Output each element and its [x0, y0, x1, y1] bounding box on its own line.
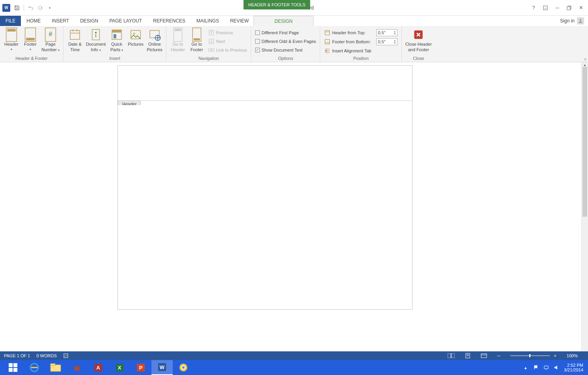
- goto-footer-button[interactable]: Go to Footer: [188, 27, 206, 52]
- close-icon[interactable]: ✕: [577, 4, 585, 12]
- group-options: Different First Page Different Odd & Eve…: [251, 26, 320, 62]
- taskbar-access-icon[interactable]: A: [88, 360, 109, 375]
- header-top-input[interactable]: 0.5" ▲▼: [376, 29, 398, 36]
- ribbon-display-options-icon[interactable]: [541, 4, 549, 12]
- zoom-out-button[interactable]: ─: [497, 353, 500, 358]
- tab-mailings[interactable]: MAILINGS: [191, 16, 224, 26]
- taskbar-explorer-icon[interactable]: [45, 360, 66, 375]
- show-document-text-checkbox[interactable]: ✓ Show Document Text: [254, 46, 317, 54]
- quick-parts-button[interactable]: Quick Parts ▾: [108, 27, 126, 53]
- page-count[interactable]: PAGE 1 OF 1: [4, 353, 30, 358]
- different-first-page-checkbox[interactable]: Different First Page: [254, 28, 317, 37]
- goto-header-l1: Go to: [173, 42, 183, 46]
- zoom-slider[interactable]: [510, 355, 550, 356]
- vertical-scrollbar[interactable]: ▲ ▼: [581, 62, 588, 360]
- taskbar-word-icon[interactable]: W: [151, 360, 173, 375]
- page-number-label-2: Number: [41, 47, 57, 52]
- goto-footer-icon: [190, 28, 203, 41]
- taskbar-powerpoint-icon[interactable]: P: [130, 360, 151, 375]
- header-edit-area[interactable]: [118, 66, 412, 100]
- svg-text:X: X: [118, 365, 121, 371]
- tab-review[interactable]: REVIEW: [224, 16, 254, 26]
- tray-volume-icon[interactable]: [554, 365, 559, 370]
- qat-customize-icon[interactable]: ▾: [45, 4, 54, 12]
- minimize-icon[interactable]: ─: [553, 4, 561, 12]
- save-icon[interactable]: [13, 4, 21, 12]
- svg-rect-55: [50, 364, 55, 366]
- redo-icon[interactable]: [36, 4, 45, 12]
- spinner-icon[interactable]: ▲▼: [394, 39, 396, 44]
- insert-alignment-tab-button[interactable]: Insert Alignment Tab: [323, 46, 399, 55]
- different-odd-even-checkbox[interactable]: Different Odd & Even Pages: [254, 37, 317, 46]
- tab-file[interactable]: FILE: [0, 16, 21, 26]
- taskbar-app-fox-icon[interactable]: [66, 360, 88, 375]
- collapse-ribbon-icon[interactable]: ʌ: [584, 57, 586, 61]
- word-count[interactable]: 0 WORDS: [36, 353, 56, 358]
- pictures-button[interactable]: Pictures: [127, 27, 145, 46]
- print-layout-icon[interactable]: [465, 353, 470, 358]
- chevron-down-icon: ▾: [30, 47, 31, 52]
- svg-text:A: A: [96, 365, 100, 371]
- web-layout-icon[interactable]: [481, 353, 487, 358]
- zoom-level[interactable]: 100%: [567, 353, 578, 358]
- pictures-icon: [129, 28, 142, 41]
- sign-in[interactable]: Sign in: [560, 17, 584, 24]
- previous-button: Previous: [207, 28, 248, 37]
- quick-parts-icon: [110, 28, 123, 41]
- document-info-button[interactable]: Document Info ▾: [85, 27, 107, 53]
- header-boundary-line: [118, 100, 412, 101]
- scroll-thumb[interactable]: [582, 67, 587, 217]
- restore-icon[interactable]: [565, 4, 573, 12]
- taskbar-clock[interactable]: 2:52 PM 3/21/2014: [564, 363, 583, 372]
- tab-page-layout[interactable]: PAGE LAYOUT: [104, 16, 147, 26]
- tray-flag-icon[interactable]: [533, 365, 539, 370]
- online-pictures-l1: Online: [148, 42, 161, 46]
- chevron-down-icon: ▾: [11, 47, 12, 52]
- tab-design[interactable]: DESIGN: [75, 16, 104, 26]
- next-icon: [208, 38, 215, 45]
- goto-header-l2: Header: [171, 47, 185, 52]
- tab-insert[interactable]: INSERT: [46, 16, 75, 26]
- undo-icon[interactable]: [26, 4, 35, 12]
- navigation-small-buttons: Previous Next Link to Previous: [207, 27, 248, 54]
- link-label: Link to Previous: [216, 48, 247, 52]
- tab-home[interactable]: HOME: [21, 16, 46, 26]
- document-page[interactable]: Header: [118, 65, 413, 310]
- svg-rect-5: [7, 29, 15, 32]
- taskbar-excel-icon[interactable]: X: [109, 360, 130, 375]
- clock-time: 2:52 PM: [564, 363, 583, 368]
- scroll-track[interactable]: [582, 67, 588, 355]
- header-button[interactable]: Header ▾: [2, 27, 21, 52]
- system-tray: ▴ 2:52 PM 3/21/2014: [523, 363, 586, 372]
- group-header-footer: Header ▾ Footer ▾ # Page Number ▾ Header…: [0, 26, 63, 62]
- scroll-up-icon[interactable]: ▲: [583, 63, 587, 67]
- footer-button[interactable]: Footer ▾: [21, 27, 39, 52]
- svg-rect-7: [26, 38, 34, 41]
- svg-text:P: P: [139, 365, 143, 371]
- footer-icon: [24, 28, 37, 41]
- document-scroll-area[interactable]: Header: [0, 62, 581, 360]
- online-pictures-button[interactable]: Online Pictures: [146, 27, 164, 52]
- read-mode-icon[interactable]: [448, 353, 455, 358]
- date-time-button[interactable]: Date & Time: [66, 27, 84, 52]
- tab-context-design[interactable]: DESIGN: [254, 16, 314, 26]
- svg-text:W: W: [160, 364, 165, 370]
- zoom-in-button[interactable]: +: [554, 353, 556, 358]
- proofing-icon[interactable]: [63, 353, 69, 358]
- tab-references[interactable]: REFERENCES: [147, 16, 191, 26]
- tray-up-icon[interactable]: ▴: [523, 365, 528, 370]
- page-number-button[interactable]: # Page Number ▾: [40, 27, 61, 53]
- start-button[interactable]: [2, 360, 24, 375]
- previous-icon: [208, 30, 215, 36]
- taskbar-ie-icon[interactable]: [24, 360, 45, 375]
- spinner-icon[interactable]: ▲▼: [394, 30, 396, 35]
- taskbar-chrome-icon[interactable]: [173, 360, 194, 375]
- footer-bottom-input[interactable]: 0.5" ▲▼: [376, 38, 398, 45]
- close-header-footer-button[interactable]: Close Header and Footer: [404, 27, 433, 52]
- doc-info-l1: Document: [86, 42, 106, 46]
- help-icon[interactable]: ?: [530, 4, 538, 12]
- zoom-thumb[interactable]: [529, 354, 530, 357]
- group-label-options: Options: [254, 56, 317, 62]
- quick-parts-l2: Parts: [110, 47, 121, 52]
- tray-network-icon[interactable]: [543, 365, 549, 370]
